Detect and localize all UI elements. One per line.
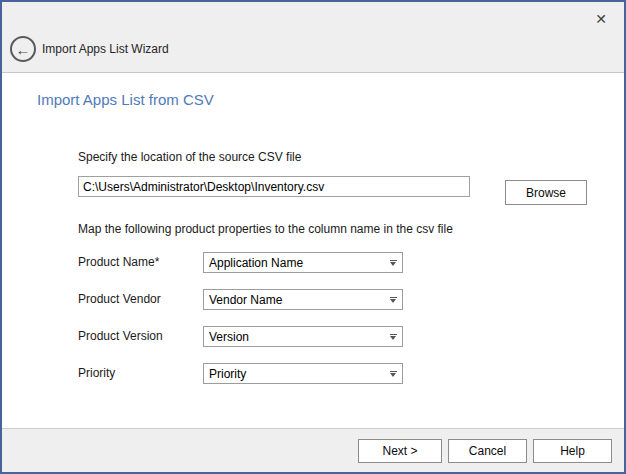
mapping-row-priority: Priority Priority	[78, 363, 203, 384]
dropdown-selected-value: Application Name	[209, 256, 384, 270]
cancel-button[interactable]: Cancel	[448, 439, 527, 463]
page-title: Import Apps List from CSV	[37, 91, 214, 108]
close-icon: ✕	[595, 11, 607, 27]
priority-label: Priority	[78, 363, 203, 384]
next-button[interactable]: Next >	[358, 439, 442, 463]
product-version-label: Product Version	[78, 326, 203, 347]
help-button[interactable]: Help	[533, 439, 612, 463]
wizard-window: ← Import Apps List Wizard ✕ Import Apps …	[0, 0, 626, 474]
mapping-row-product-version: Product Version Version	[78, 326, 203, 347]
product-name-dropdown[interactable]: Application Name	[203, 252, 403, 273]
arrow-left-icon: ←	[16, 42, 31, 57]
back-button[interactable]: ←	[10, 36, 36, 62]
dropdown-selected-value: Vendor Name	[209, 293, 384, 307]
wizard-content: Import Apps List from CSV Specify the lo…	[2, 74, 624, 428]
product-vendor-dropdown[interactable]: Vendor Name	[203, 289, 403, 310]
chevron-down-icon	[384, 364, 402, 383]
product-vendor-label: Product Vendor	[78, 289, 203, 310]
chevron-down-icon	[384, 290, 402, 309]
file-path-input[interactable]	[78, 176, 470, 197]
source-file-label: Specify the location of the source CSV f…	[78, 150, 301, 164]
dropdown-selected-value: Version	[209, 330, 384, 344]
product-version-dropdown[interactable]: Version	[203, 326, 403, 347]
wizard-footer: Next > Cancel Help	[2, 428, 624, 472]
priority-dropdown[interactable]: Priority	[203, 363, 403, 384]
wizard-header: ← Import Apps List Wizard ✕	[2, 2, 624, 73]
product-name-label: Product Name*	[78, 252, 203, 273]
chevron-down-icon	[384, 253, 402, 272]
wizard-title: Import Apps List Wizard	[42, 42, 169, 56]
dropdown-selected-value: Priority	[209, 367, 384, 381]
mapping-row-product-vendor: Product Vendor Vendor Name	[78, 289, 203, 310]
browse-button[interactable]: Browse	[505, 180, 587, 205]
close-button[interactable]: ✕	[590, 8, 612, 30]
chevron-down-icon	[384, 327, 402, 346]
map-instructions-label: Map the following product properties to …	[78, 222, 453, 236]
mapping-row-product-name: Product Name* Application Name	[78, 252, 203, 273]
